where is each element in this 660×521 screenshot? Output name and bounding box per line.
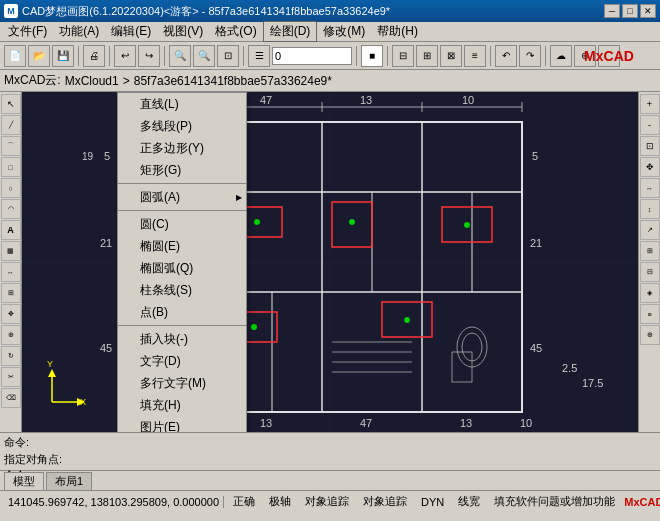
tab-model[interactable]: 模型 — [4, 472, 44, 490]
left-trim[interactable]: ✂ — [1, 367, 21, 387]
drawing-area[interactable]: 13 47 13 10 5 21 45 5 21 45 10 13 47 13 … — [22, 92, 638, 432]
menu-item-spline[interactable]: 柱条线(S) — [118, 279, 246, 301]
toolbar-back[interactable]: ↶ — [495, 45, 517, 67]
right-b1[interactable]: ↔ — [640, 178, 660, 198]
right-b5[interactable]: ⊟ — [640, 262, 660, 282]
draw-dropdown-menu: 直线(L) 多线段(P) 正多边形(Y) 矩形(G) 圆弧(A) 圆(C) 椭圆… — [117, 92, 247, 432]
menu-item-line[interactable]: 直线(L) — [118, 93, 246, 115]
toolbar-b4[interactable]: ≡ — [464, 45, 486, 67]
toolbar-undo[interactable]: ↩ — [114, 45, 136, 67]
menu-edit[interactable]: 编辑(E) — [105, 22, 157, 41]
menu-item-circle[interactable]: 圆(C) — [118, 213, 246, 235]
toolbar-b6[interactable]: MxCAD — [598, 45, 620, 67]
right-toolbar: + - ⊡ ✥ ↔ ↕ ↗ ⊞ ⊟ ◈ ≡ ⊕ — [638, 92, 660, 432]
toolbar-print[interactable]: 🖨 — [83, 45, 105, 67]
right-b3[interactable]: ↗ — [640, 220, 660, 240]
toolbar-layer[interactable]: ☰ — [248, 45, 270, 67]
left-rect[interactable]: □ — [1, 157, 21, 177]
menu-item-arc[interactable]: 圆弧(A) — [118, 186, 246, 208]
separator3 — [164, 46, 165, 66]
left-polyline[interactable]: ⌒ — [1, 136, 21, 156]
menu-item-text[interactable]: 文字(D) — [118, 350, 246, 372]
sep3 — [118, 325, 246, 326]
left-dim[interactable]: ↔ — [1, 262, 21, 282]
left-rotate[interactable]: ↻ — [1, 346, 21, 366]
toolbar-zoom-fit[interactable]: ⊡ — [217, 45, 239, 67]
left-arc[interactable]: ◠ — [1, 199, 21, 219]
toolbar-zoom-in[interactable]: 🔍 — [169, 45, 191, 67]
status-jizhu[interactable]: 极轴 — [264, 493, 296, 511]
svg-text:47: 47 — [360, 417, 372, 429]
toolbar-open[interactable]: 📂 — [28, 45, 50, 67]
right-zoom-in[interactable]: + — [640, 94, 660, 114]
close-button[interactable]: ✕ — [640, 4, 656, 18]
toolbar-b1[interactable]: ⊟ — [392, 45, 414, 67]
left-line[interactable]: ╱ — [1, 115, 21, 135]
svg-point-21 — [349, 219, 355, 225]
toolbar-fwd[interactable]: ↷ — [519, 45, 541, 67]
svg-text:45: 45 — [530, 342, 542, 354]
left-hatch[interactable]: ▦ — [1, 241, 21, 261]
toolbar-new[interactable]: 📄 — [4, 45, 26, 67]
layer-input[interactable] — [272, 47, 352, 65]
menu-format[interactable]: 格式(O) — [209, 22, 262, 41]
toolbar-b3[interactable]: ⊠ — [440, 45, 462, 67]
left-move[interactable]: ✥ — [1, 304, 21, 324]
tab-layout1[interactable]: 布局1 — [46, 472, 92, 490]
menu-item-image[interactable]: 图片(E) — [118, 416, 246, 432]
addr-cloud1: MxCloud1 — [65, 74, 119, 88]
right-b8[interactable]: ⊕ — [640, 325, 660, 345]
menu-modify[interactable]: 修改(M) — [317, 22, 371, 41]
right-b7[interactable]: ≡ — [640, 304, 660, 324]
left-copy[interactable]: ⊕ — [1, 325, 21, 345]
separator1 — [78, 46, 79, 66]
menu-file[interactable]: 文件(F) — [2, 22, 53, 41]
right-b4[interactable]: ⊞ — [640, 241, 660, 261]
svg-text:10: 10 — [520, 417, 532, 429]
toolbar-color[interactable]: ■ — [361, 45, 383, 67]
svg-text:47: 47 — [260, 94, 272, 106]
right-zoom-out[interactable]: - — [640, 115, 660, 135]
left-block[interactable]: ⊞ — [1, 283, 21, 303]
svg-text:10: 10 — [462, 94, 474, 106]
svg-text:21: 21 — [100, 237, 112, 249]
tab-bar: 模型 布局1 — [0, 470, 660, 490]
menu-item-polygon[interactable]: 正多边形(Y) — [118, 137, 246, 159]
status-xiankuan[interactable]: 线宽 — [453, 493, 485, 511]
left-cursor[interactable]: ↖ — [1, 94, 21, 114]
left-circle[interactable]: ○ — [1, 178, 21, 198]
minimize-button[interactable]: ─ — [604, 4, 620, 18]
status-zhengque[interactable]: 正确 — [228, 493, 260, 511]
menu-item-ellipse-arc[interactable]: 椭圆弧(Q) — [118, 257, 246, 279]
menu-item-rect[interactable]: 矩形(G) — [118, 159, 246, 181]
right-pan[interactable]: ✥ — [640, 157, 660, 177]
main-toolbar: 📄 📂 💾 🖨 ↩ ↪ 🔍 🔍 ⊡ ☰ ■ ⊟ ⊞ ⊠ ≡ ↶ ↷ ☁ ⊕ Mx… — [0, 42, 660, 70]
menu-func[interactable]: 功能(A) — [53, 22, 105, 41]
separator4 — [243, 46, 244, 66]
svg-text:19: 19 — [82, 151, 94, 162]
right-b6[interactable]: ◈ — [640, 283, 660, 303]
right-b2[interactable]: ↕ — [640, 199, 660, 219]
status-fill-problem[interactable]: 填充软件问题或增加功能 — [489, 493, 620, 511]
menu-item-insert[interactable]: 插入块(-) — [118, 328, 246, 350]
status-duixiang-zhuizong[interactable]: 对象追踪 — [300, 493, 354, 511]
menu-item-ellipse[interactable]: 椭圆(E) — [118, 235, 246, 257]
status-duixiang-buda[interactable]: 对象追踪 — [358, 493, 412, 511]
left-erase[interactable]: ⌫ — [1, 388, 21, 408]
toolbar-redo[interactable]: ↪ — [138, 45, 160, 67]
right-zoom-all[interactable]: ⊡ — [640, 136, 660, 156]
toolbar-cloud[interactable]: ☁ — [550, 45, 572, 67]
toolbar-b2[interactable]: ⊞ — [416, 45, 438, 67]
menu-item-polyline[interactable]: 多线段(P) — [118, 115, 246, 137]
menu-help[interactable]: 帮助(H) — [371, 22, 424, 41]
menu-item-hatch[interactable]: 填充(H) — [118, 394, 246, 416]
menu-item-mtext[interactable]: 多行文字(M) — [118, 372, 246, 394]
maximize-button[interactable]: □ — [622, 4, 638, 18]
menu-item-point[interactable]: 点(B) — [118, 301, 246, 323]
toolbar-zoom-out[interactable]: 🔍 — [193, 45, 215, 67]
toolbar-save[interactable]: 💾 — [52, 45, 74, 67]
menu-view[interactable]: 视图(V) — [157, 22, 209, 41]
left-text[interactable]: A — [1, 220, 21, 240]
status-dyn[interactable]: DYN — [416, 493, 449, 511]
menu-draw[interactable]: 绘图(D) — [263, 21, 318, 42]
